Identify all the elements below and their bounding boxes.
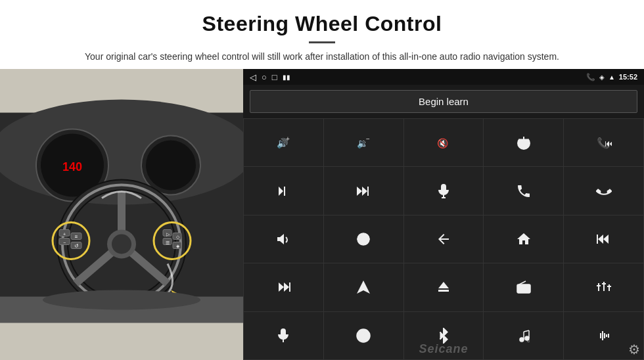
bluetooth-button[interactable] <box>404 312 484 359</box>
content-row: 140 <box>0 69 644 360</box>
svg-marker-60 <box>279 282 284 292</box>
title-divider <box>309 41 335 43</box>
svg-rect-65 <box>438 290 449 292</box>
page-title: Steering Wheel Control <box>39 12 605 36</box>
next-button[interactable] <box>244 167 323 214</box>
battery-icon: ▮▮ <box>283 74 290 81</box>
recent-icon[interactable]: □ <box>272 72 277 82</box>
hangup-button[interactable] <box>564 167 643 214</box>
gear-settings-button[interactable]: ⚙ <box>628 342 640 357</box>
location-icon: ◈ <box>599 74 605 81</box>
home-nav-button[interactable] <box>484 215 563 263</box>
svg-point-82 <box>520 338 524 342</box>
vol-up-button[interactable]: 🔊+ <box>244 119 323 166</box>
svg-marker-44 <box>279 187 283 196</box>
status-right: 📞 ◈ ▲ 15:52 <box>586 73 637 81</box>
control-grid: 🔊+ 🔉− 🔇 📞⏮ <box>243 118 644 360</box>
wifi-icon: ▲ <box>609 74 615 81</box>
svg-text:140: 140 <box>62 160 82 173</box>
eject-button[interactable] <box>404 263 484 311</box>
svg-text:♫: ♫ <box>526 338 530 343</box>
svg-marker-61 <box>284 282 289 292</box>
mic2-button[interactable] <box>244 312 323 359</box>
svg-marker-58 <box>598 235 603 244</box>
vol-down-button[interactable]: 🔉− <box>324 119 403 166</box>
svg-text:−: − <box>366 135 370 143</box>
svg-text:360°: 360° <box>361 238 367 242</box>
svg-text:🔇: 🔇 <box>437 138 449 149</box>
back-nav-button[interactable] <box>404 215 484 263</box>
svg-text:⏮: ⏮ <box>605 138 612 148</box>
subtitle: Your original car's steering wheel contr… <box>66 50 578 64</box>
steering-panel: 140 <box>0 69 243 360</box>
svg-point-14 <box>112 235 131 254</box>
svg-point-36 <box>43 290 200 310</box>
svg-marker-52 <box>277 234 284 244</box>
svg-text:≡: ≡ <box>75 234 78 240</box>
svg-marker-57 <box>603 235 609 244</box>
time-display: 15:52 <box>619 73 637 81</box>
svg-text:☰: ☰ <box>166 240 170 245</box>
svg-text:−: − <box>63 240 66 245</box>
status-bar: ◁ ○ □ ▮▮ 📞 ◈ ▲ 15:52 <box>243 69 644 85</box>
svg-point-67 <box>519 286 523 290</box>
skip-forward-button[interactable] <box>244 263 323 311</box>
rewind-button[interactable] <box>564 215 643 263</box>
equalizer-button[interactable] <box>564 263 643 311</box>
home-icon[interactable]: ○ <box>262 72 267 82</box>
header-section: Steering Wheel Control Your original car… <box>0 0 644 69</box>
svg-marker-64 <box>438 282 449 288</box>
svg-text:↺: ↺ <box>74 243 79 249</box>
begin-learn-button[interactable]: Begin learn <box>250 90 637 113</box>
mute-button[interactable]: 🔇 <box>404 119 484 166</box>
back-icon[interactable]: ◁ <box>250 72 256 82</box>
prev-track-button[interactable]: 📞⏮ <box>564 119 643 166</box>
svg-line-86 <box>524 330 529 332</box>
svg-rect-62 <box>289 282 290 292</box>
svg-marker-47 <box>362 187 367 196</box>
mic-button[interactable] <box>404 167 484 214</box>
svg-rect-45 <box>284 187 285 196</box>
begin-learn-row: Begin learn <box>243 85 644 118</box>
status-left: ◁ ○ □ ▮▮ <box>250 72 290 82</box>
fast-forward-button[interactable] <box>324 167 403 214</box>
svg-marker-63 <box>357 281 370 294</box>
camera-360-button[interactable]: 360° <box>324 215 403 263</box>
power-button[interactable] <box>484 119 563 166</box>
phone-button[interactable] <box>484 167 563 214</box>
svg-text:+: + <box>286 135 290 143</box>
page-wrapper: Steering Wheel Control Your original car… <box>0 0 644 360</box>
music-button[interactable]: ♫ <box>484 312 563 359</box>
svg-point-6 <box>146 141 196 191</box>
svg-marker-46 <box>357 187 362 196</box>
navigation-button[interactable] <box>324 263 403 311</box>
settings-button[interactable] <box>324 312 403 359</box>
horn-button[interactable] <box>244 215 323 263</box>
svg-text:+: + <box>63 232 66 236</box>
android-panel: ◁ ○ □ ▮▮ 📞 ◈ ▲ 15:52 Begin learn <box>243 69 644 360</box>
phone-status-icon: 📞 <box>586 73 595 81</box>
radio-button[interactable] <box>484 263 563 311</box>
svg-rect-59 <box>597 235 598 244</box>
